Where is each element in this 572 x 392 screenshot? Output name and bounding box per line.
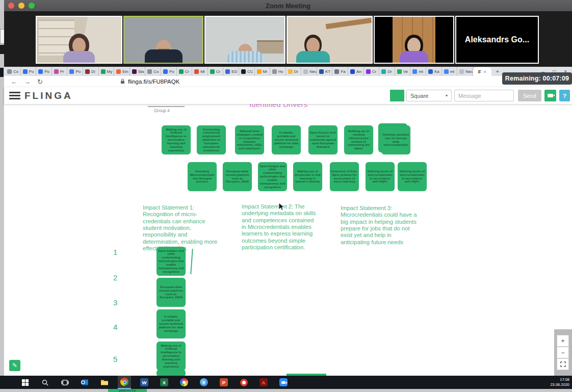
sticky-note[interactable]: Building up on existing infrastructure i…: [344, 125, 373, 154]
screen: Zoom Meeting: [0, 0, 572, 392]
zoom-in-button[interactable]: +: [557, 335, 569, 347]
tab-label: Co: [153, 69, 159, 74]
browser-tab[interactable]: Ka: [426, 67, 442, 76]
browser-tab[interactable]: Co: [5, 67, 21, 76]
rank-number[interactable]: 2: [113, 273, 117, 282]
edit-button[interactable]: ✎: [9, 360, 20, 371]
tab-favicon: [101, 69, 106, 74]
rank-number[interactable]: 4: [113, 323, 117, 331]
taskbar-word-icon[interactable]: W: [138, 376, 151, 389]
browser-tab[interactable]: An: [348, 67, 364, 76]
taskbar-acrobat-icon[interactable]: A: [257, 376, 270, 389]
browser-tab[interactable]: Po: [67, 67, 83, 76]
browser-tab[interactable]: Mi: [255, 67, 271, 76]
taskbar-edge-icon[interactable]: e: [197, 376, 211, 389]
sticky-note[interactable]: A reliable, portable and secure technica…: [272, 125, 301, 154]
sticky-note[interactable]: Defining levels of microcredentials in a…: [366, 162, 395, 191]
browser-tab[interactable]: Dr: [379, 67, 395, 76]
impact-statement-3[interactable]: Impact Statement 3: Microcredentials cou…: [341, 205, 417, 246]
ranked-sticky-note[interactable]: Making use of Artificial Intelligence to…: [157, 342, 186, 371]
taskbar-chrome-icon[interactable]: [118, 376, 131, 389]
tab-close-icon[interactable]: ×: [483, 69, 486, 74]
sticky-note[interactable]: Defining standard size for Europe wide m…: [381, 125, 410, 154]
help-button[interactable]: ?: [559, 90, 570, 101]
browser-tab[interactable]: Sla: [130, 67, 146, 76]
sticky-note[interactable]: Making use of Artificial Intelligence to…: [162, 125, 191, 154]
sticky-note[interactable]: Extension of Enic-Naric policies for ass…: [330, 162, 359, 191]
color-swatch[interactable]: [390, 90, 404, 101]
browser-tab[interactable]: Ein: [114, 67, 130, 76]
shape-select[interactable]: Square ▾: [406, 90, 452, 101]
browser-tab[interactable]: ED: [223, 67, 239, 76]
tab-favicon: [23, 69, 28, 74]
browser-tab[interactable]: Co: [145, 67, 161, 76]
browser-tab[interactable]: Hc: [270, 67, 286, 76]
menu-icon[interactable]: [9, 90, 20, 101]
browser-tab[interactable]: Pr: [52, 67, 68, 76]
taskbar-excel-icon[interactable]: X: [158, 376, 171, 389]
browser-tab[interactable]: Fa: [332, 67, 348, 76]
taskbar-color-wheel-icon[interactable]: [177, 376, 191, 389]
sticky-note[interactable]: Connecting commercial employment platfor…: [197, 125, 226, 154]
browser-tab[interactable]: KT: [317, 67, 333, 76]
message-input[interactable]: Message: [454, 90, 514, 101]
participant-video-4[interactable]: [287, 16, 373, 64]
back-icon[interactable]: ←: [11, 78, 17, 86]
taskbar-opera-icon[interactable]: [237, 376, 250, 389]
windows-taskbar: WXePA 17:08 23.06.2020: [0, 376, 572, 389]
browser-tab[interactable]: Di: [83, 67, 99, 76]
browser-tab[interactable]: Cr: [177, 67, 193, 76]
sticky-note[interactable]: Defining levels of microcredentials in a…: [398, 162, 427, 191]
participant-video-1[interactable]: [36, 16, 122, 64]
participant-video-2-active-speaker[interactable]: [123, 16, 203, 64]
tab-label: Di: [294, 69, 298, 74]
taskbar-search-icon[interactable]: [38, 376, 51, 389]
browser-tab[interactable]: mi: [410, 67, 426, 76]
browser-tab[interactable]: mi: [442, 67, 458, 76]
ranked-sticky-note[interactable]: Open badges and other credentialing tech…: [157, 247, 186, 276]
participant-video-3[interactable]: [204, 16, 285, 64]
url-text[interactable]: flinga.fi/s/FU8PAQK: [128, 79, 179, 85]
browser-tab[interactable]: CC: [239, 67, 255, 76]
sticky-note[interactable]: Including Microcredentials into Bologna …: [188, 162, 217, 191]
sticky-note[interactable]: Open badges and other credentialing tech…: [258, 162, 287, 191]
browser-tab[interactable]: Di: [286, 67, 302, 76]
browser-tab[interactable]: Cr: [208, 67, 224, 76]
taskbar-zoom-icon[interactable]: [277, 376, 290, 389]
browser-tab[interactable]: Neuer: [457, 67, 473, 76]
browser-tab[interactable]: Ve: [395, 67, 411, 76]
taskbar-file-explorer-icon[interactable]: [98, 376, 111, 389]
reload-icon[interactable]: ↻: [37, 78, 43, 86]
sticky-note[interactable]: National level strategies created in coo…: [235, 125, 264, 154]
fullscreen-button[interactable]: [557, 358, 569, 370]
active-tab-flinga[interactable]: F ×: [473, 67, 491, 76]
impact-statement-1[interactable]: Impact Statement 1: Recognition of micro…: [143, 204, 219, 252]
browser-tab[interactable]: Mi: [192, 67, 208, 76]
browser-tab[interactable]: Cr: [364, 67, 380, 76]
send-button[interactable]: Send: [518, 90, 541, 101]
rank-number[interactable]: 3: [113, 298, 117, 307]
browser-tab[interactable]: Po: [161, 67, 177, 76]
zoom-out-button[interactable]: −: [557, 347, 569, 358]
ranked-sticky-note[interactable]: European-wide trusted platform such as E…: [157, 278, 186, 307]
browser-tab[interactable]: Neuer: [301, 67, 317, 76]
taskbar-start-icon[interactable]: [18, 376, 32, 389]
rank-number[interactable]: 1: [113, 248, 117, 256]
taskbar-task-view-icon[interactable]: [58, 376, 71, 389]
browser-tab[interactable]: Po: [21, 67, 37, 76]
browser-tab[interactable]: Po: [36, 67, 52, 76]
ranked-sticky-note[interactable]: A reliable, portable and secure technica…: [157, 309, 186, 338]
taskbar-outlook-icon[interactable]: [78, 376, 91, 389]
sticky-note[interactable]: Making use of blockchain to link learnin…: [293, 162, 322, 191]
sticky-note[interactable]: Open Source tech based on commonly agree…: [308, 125, 337, 154]
taskbar-powerpoint-icon[interactable]: P: [217, 376, 230, 389]
rank-number[interactable]: 5: [113, 355, 117, 363]
snapshot-button[interactable]: [544, 90, 556, 101]
sticky-note[interactable]: European-wide trusted platform such as E…: [223, 162, 252, 191]
forward-icon[interactable]: →: [24, 78, 31, 86]
participant-name-tile[interactable]: Aleksandrs Go...: [455, 16, 539, 64]
tab-label: mi: [419, 69, 423, 74]
participant-video-5[interactable]: [374, 16, 454, 64]
tab-favicon: [241, 69, 246, 74]
browser-tab[interactable]: My: [99, 67, 115, 76]
